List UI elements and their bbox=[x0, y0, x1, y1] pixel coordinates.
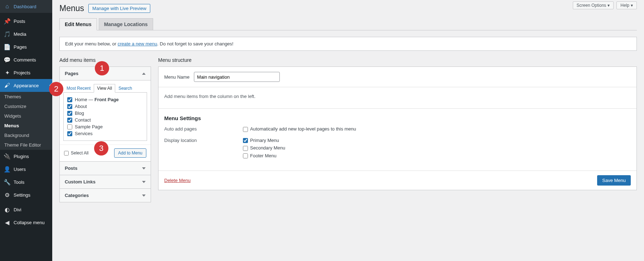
location-primary[interactable]: Primary Menu bbox=[243, 138, 285, 143]
chevron-down-icon bbox=[142, 167, 146, 169]
subitem-themes[interactable]: Themes bbox=[0, 92, 52, 102]
sidebar-item-dashboard[interactable]: ⌂Dashboard bbox=[0, 0, 52, 13]
subitem-background[interactable]: Background bbox=[0, 130, 52, 140]
panel-posts: Posts bbox=[59, 162, 151, 175]
tools-icon: 🔧 bbox=[4, 178, 11, 186]
sidebar-item-label: Posts bbox=[14, 19, 25, 24]
sidebar-item-label: Projects bbox=[14, 70, 30, 75]
panel-title: Categories bbox=[65, 193, 89, 198]
page-header: Menus Manage with Live Preview bbox=[59, 4, 637, 13]
live-preview-button[interactable]: Manage with Live Preview bbox=[88, 4, 150, 13]
auto-add-option[interactable]: Automatically add new top-level pages to… bbox=[243, 126, 356, 132]
plugins-icon: 🔌 bbox=[4, 153, 11, 160]
save-menu-button[interactable]: Save Menu bbox=[597, 175, 631, 186]
menu-name-row: Menu Name bbox=[158, 67, 636, 87]
sidebar-item-label: Comments bbox=[14, 57, 36, 63]
page-item-checkbox[interactable] bbox=[67, 118, 72, 123]
menu-footer: Delete Menu Save Menu bbox=[158, 171, 636, 190]
page-item-checkbox[interactable] bbox=[67, 104, 72, 109]
panel-pages: Pages 1 2 Most Recent View All Search Ho… bbox=[59, 67, 151, 162]
page-item[interactable]: Services bbox=[67, 130, 143, 137]
sidebar-item-users[interactable]: 👤Users bbox=[0, 163, 52, 176]
button-label: Help bbox=[620, 3, 629, 8]
panel-custom-links-header[interactable]: Custom Links bbox=[60, 175, 151, 188]
annotation-badge-3: 3 bbox=[94, 141, 108, 156]
collapse-icon: ◀ bbox=[4, 219, 11, 226]
select-all-label[interactable]: Select All bbox=[64, 151, 88, 156]
location-secondary[interactable]: Secondary Menu bbox=[243, 145, 285, 151]
sidebar-item-settings[interactable]: ⚙Settings bbox=[0, 188, 52, 201]
subtab-view-all[interactable]: View All bbox=[94, 84, 115, 93]
option-text: Automatically add new top-level pages to… bbox=[250, 126, 356, 132]
page-title: Menus bbox=[59, 4, 84, 13]
display-location-label: Display location bbox=[164, 138, 243, 161]
button-label: Screen Options bbox=[577, 3, 606, 8]
page-item[interactable]: Home — Front Page bbox=[67, 96, 143, 103]
select-all-checkbox[interactable] bbox=[64, 151, 69, 156]
sidebar-item-label: Pages bbox=[14, 44, 27, 50]
help-button[interactable]: Help ▾ bbox=[616, 1, 637, 9]
sidebar-item-appearance[interactable]: 🖌Appearance bbox=[0, 79, 52, 92]
auto-add-checkbox[interactable] bbox=[243, 127, 248, 132]
pages-checklist: Home — Front PageAboutBlogContactSample … bbox=[63, 92, 147, 141]
sidebar-item-label: Tools bbox=[14, 179, 24, 185]
subitem-widgets[interactable]: Widgets bbox=[0, 111, 52, 121]
page-item[interactable]: Contact bbox=[67, 117, 143, 123]
menu-structure-heading: Menu structure bbox=[158, 57, 637, 63]
page-item-checkbox[interactable] bbox=[67, 131, 72, 136]
menu-body: Add menu items from the column on the le… bbox=[158, 87, 636, 109]
panel-title: Custom Links bbox=[65, 179, 96, 184]
tab-edit-menus[interactable]: Edit Menus bbox=[59, 18, 97, 30]
page-item[interactable]: Blog bbox=[67, 110, 143, 117]
delete-menu-link[interactable]: Delete Menu bbox=[164, 178, 191, 183]
notice-text: Edit your menu below, or bbox=[65, 41, 118, 46]
page-item-checkbox[interactable] bbox=[67, 111, 72, 116]
location-secondary-checkbox[interactable] bbox=[243, 146, 248, 151]
page-item-checkbox[interactable] bbox=[67, 124, 72, 129]
projects-icon: ✦ bbox=[4, 69, 11, 76]
chevron-down-icon: ▾ bbox=[608, 3, 610, 8]
panel-posts-header[interactable]: Posts bbox=[60, 162, 151, 175]
menu-name-input[interactable] bbox=[194, 72, 280, 82]
add-to-menu-button[interactable]: Add to Menu bbox=[114, 148, 146, 158]
page-item[interactable]: About bbox=[67, 103, 143, 110]
sidebar-item-posts[interactable]: 📌Posts bbox=[0, 15, 52, 28]
sidebar-item-collapse[interactable]: ◀Collapse menu bbox=[0, 216, 52, 229]
divi-icon: ◐ bbox=[4, 206, 11, 213]
sidebar-item-pages[interactable]: 📄Pages bbox=[0, 40, 52, 53]
page-item-label: Blog bbox=[75, 110, 84, 116]
screen-options-button[interactable]: Screen Options ▾ bbox=[573, 1, 614, 9]
pages-icon: 📄 bbox=[4, 43, 11, 50]
subitem-customize[interactable]: Customize bbox=[0, 102, 52, 111]
page-item-checkbox[interactable] bbox=[67, 97, 72, 102]
menu-name-label: Menu Name bbox=[164, 74, 190, 80]
sidebar-item-plugins[interactable]: 🔌Plugins bbox=[0, 150, 52, 163]
sidebar-item-comments[interactable]: 💬Comments bbox=[0, 53, 52, 66]
panel-custom-links: Custom Links bbox=[59, 175, 151, 189]
sidebar-item-label: Divi bbox=[14, 207, 21, 212]
comments-icon: 💬 bbox=[4, 56, 11, 63]
sidebar-item-label: Users bbox=[14, 167, 26, 172]
location-footer-checkbox[interactable] bbox=[243, 153, 248, 158]
sidebar-item-media[interactable]: 🎵Media bbox=[0, 28, 52, 40]
sidebar-item-divi[interactable]: ◐Divi bbox=[0, 203, 52, 216]
tab-manage-locations[interactable]: Manage Locations bbox=[99, 18, 153, 30]
page-item-label: Services bbox=[75, 131, 93, 136]
settings-heading: Menu Settings bbox=[164, 115, 631, 121]
sidebar-item-tools[interactable]: 🔧Tools bbox=[0, 176, 52, 188]
location-primary-checkbox[interactable] bbox=[243, 138, 248, 143]
sidebar-item-projects[interactable]: ✦Projects bbox=[0, 66, 52, 79]
page-item-label: Sample Page bbox=[75, 124, 103, 129]
menu-settings: Menu Settings Auto add pages Automatical… bbox=[158, 109, 636, 171]
option-text: Primary Menu bbox=[250, 138, 279, 143]
subitem-theme-file-editor[interactable]: Theme File Editor bbox=[0, 140, 52, 150]
subtab-search[interactable]: Search bbox=[115, 84, 135, 93]
subitem-menus[interactable]: Menus bbox=[0, 121, 52, 130]
create-menu-link[interactable]: create a new menu bbox=[118, 41, 157, 46]
subtab-most-recent[interactable]: Most Recent bbox=[63, 84, 94, 93]
chevron-up-icon bbox=[142, 73, 146, 75]
sidebar-item-label: Appearance bbox=[14, 83, 39, 88]
location-footer[interactable]: Footer Menu bbox=[243, 153, 285, 159]
page-item[interactable]: Sample Page bbox=[67, 123, 143, 130]
panel-categories-header[interactable]: Categories bbox=[60, 189, 151, 202]
